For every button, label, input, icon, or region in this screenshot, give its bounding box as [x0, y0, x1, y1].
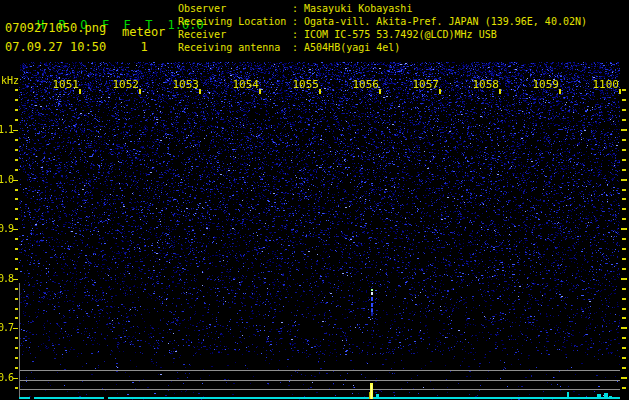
- freq-minor-tick: [15, 337, 18, 339]
- info-row: Receiving antenna: A504HB(yagi 4el): [178, 41, 587, 54]
- right-freq-minor-tick: [622, 387, 626, 389]
- right-freq-minor-tick: [622, 149, 626, 151]
- freq-minor-tick: [15, 119, 18, 121]
- freq-minor-tick: [15, 387, 18, 389]
- freq-axis-unit: kHz: [1, 75, 19, 86]
- output-filename: 0709271050.png: [5, 21, 106, 35]
- right-freq-minor-tick: [622, 139, 626, 141]
- right-freq-minor-tick: [622, 298, 626, 300]
- freq-minor-tick: [15, 89, 18, 91]
- time-tick-label: 1054: [232, 78, 259, 91]
- freq-minor-tick: [15, 149, 18, 151]
- time-tick: [559, 89, 561, 94]
- right-freq-major-tick: [621, 179, 627, 181]
- freq-minor-tick: [15, 288, 18, 290]
- right-freq-major-tick: [621, 228, 627, 230]
- freq-major-tick: [13, 279, 18, 280]
- time-tick: [139, 89, 141, 94]
- freq-minor-tick: [15, 298, 18, 300]
- right-freq-major-tick: [621, 377, 627, 379]
- right-freq-minor-tick: [622, 268, 626, 270]
- info-row: Receiving Location: Ogata-vill. Akita-Pr…: [178, 15, 587, 28]
- right-freq-minor-tick: [622, 347, 626, 349]
- right-freq-minor-tick: [622, 198, 626, 200]
- right-freq-minor-tick: [622, 169, 626, 171]
- right-freq-minor-tick: [622, 159, 626, 161]
- right-freq-major-tick: [621, 278, 627, 280]
- time-tick-label: 1057: [412, 78, 439, 91]
- freq-minor-tick: [15, 317, 18, 319]
- right-freq-minor-tick: [622, 288, 626, 290]
- echo-count-value: 1: [122, 40, 166, 54]
- time-tick: [79, 89, 81, 94]
- freq-minor-tick: [15, 139, 18, 141]
- freq-major-tick: [13, 130, 18, 131]
- right-freq-minor-tick: [622, 367, 626, 369]
- freq-tick-label: 0.9: [0, 223, 13, 234]
- time-tick: [439, 89, 441, 94]
- right-freq-major-tick: [621, 129, 627, 131]
- right-freq-minor-tick: [622, 99, 626, 101]
- freq-major-tick: [13, 378, 18, 379]
- time-tick: [499, 89, 501, 94]
- freq-minor-tick: [15, 347, 18, 349]
- time-tick: [619, 89, 621, 94]
- time-tick: [259, 89, 261, 94]
- freq-major-tick: [13, 180, 18, 181]
- right-freq-minor-tick: [622, 89, 626, 91]
- info-row: Receiver: ICOM IC-575 53.7492(@LCD)MHz U…: [178, 28, 587, 41]
- freq-minor-tick: [15, 248, 18, 250]
- timestamp: 07.09.27 10:50: [5, 40, 106, 54]
- right-freq-minor-tick: [622, 109, 626, 111]
- time-tick-label: 1058: [472, 78, 499, 91]
- time-tick-label: 1100: [592, 78, 619, 91]
- right-freq-minor-tick: [622, 238, 626, 240]
- right-freq-minor-tick: [622, 119, 626, 121]
- freq-minor-tick: [15, 238, 18, 240]
- freq-minor-tick: [15, 218, 18, 220]
- time-tick: [319, 89, 321, 94]
- freq-tick-label: 0.8: [0, 273, 13, 284]
- station-info: Observer: Masayuki KobayashiReceiving Lo…: [178, 2, 587, 54]
- right-freq-minor-tick: [622, 248, 626, 250]
- right-freq-major-tick: [621, 327, 627, 329]
- freq-major-tick: [13, 328, 18, 329]
- time-tick-label: 1052: [112, 78, 139, 91]
- freq-minor-tick: [15, 198, 18, 200]
- freq-minor-tick: [15, 169, 18, 171]
- freq-minor-tick: [15, 109, 18, 111]
- info-label: Receiving Location: [178, 15, 292, 28]
- freq-minor-tick: [15, 208, 18, 210]
- time-tick: [379, 89, 381, 94]
- spectrogram-canvas: [19, 62, 620, 400]
- freq-minor-tick: [15, 159, 18, 161]
- right-freq-minor-tick: [622, 218, 626, 220]
- info-value: : A504HB(yagi 4el): [292, 42, 400, 53]
- freq-minor-tick: [15, 99, 18, 101]
- right-freq-minor-tick: [622, 258, 626, 260]
- info-value: : Masayuki Kobayashi: [292, 3, 412, 14]
- right-freq-minor-tick: [622, 317, 626, 319]
- freq-minor-tick: [15, 258, 18, 260]
- time-tick-label: 1056: [352, 78, 379, 91]
- right-freq-minor-tick: [622, 357, 626, 359]
- info-label: Receiver: [178, 28, 292, 41]
- freq-major-tick: [13, 229, 18, 230]
- time-tick-label: 1051: [52, 78, 79, 91]
- freq-minor-tick: [15, 367, 18, 369]
- right-freq-minor-tick: [622, 308, 626, 310]
- time-tick: [199, 89, 201, 94]
- mode-label: meteor: [122, 25, 165, 39]
- freq-tick-label: 0.7: [0, 322, 13, 333]
- freq-minor-tick: [15, 357, 18, 359]
- right-freq-minor-tick: [622, 337, 626, 339]
- hrofft-screen: H R O F F T1.0.0 0709271050.png meteor 0…: [0, 0, 629, 400]
- right-freq-minor-tick: [622, 189, 626, 191]
- time-tick-label: 1055: [292, 78, 319, 91]
- info-label: Observer: [178, 2, 292, 15]
- freq-tick-label: 1.0: [0, 174, 13, 185]
- freq-minor-tick: [15, 189, 18, 191]
- info-value: : ICOM IC-575 53.7492(@LCD)MHz USB: [292, 29, 497, 40]
- time-tick-label: 1053: [172, 78, 199, 91]
- time-tick-label: 1059: [532, 78, 559, 91]
